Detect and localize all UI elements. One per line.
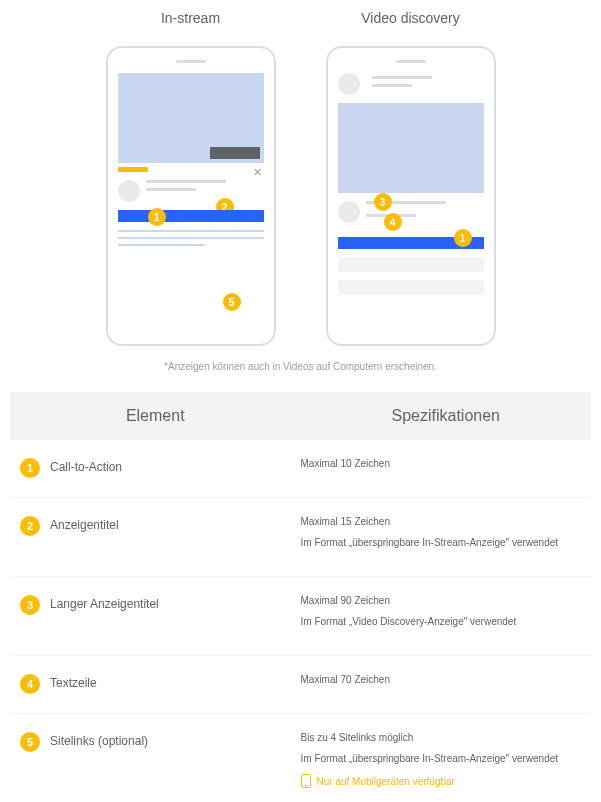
number-badge: 5 (20, 732, 40, 752)
table-row: 4TextzeileMaximal 70 Zeichen (10, 656, 591, 714)
mobile-only-note: Nur auf Mobilgeräten verfügbar (301, 774, 582, 788)
element-label: Anzeigentitel (50, 516, 119, 532)
instream-phone: ✕ 2 1 5 (106, 46, 276, 346)
discovery-header: Video discovery (361, 10, 460, 26)
spec-text: Im Format „überspringbare In-Stream-Anze… (301, 753, 582, 764)
number-badge: 3 (20, 595, 40, 615)
element-label: Textzeile (50, 674, 97, 690)
th-element: Element (10, 392, 301, 440)
video-placeholder (118, 73, 264, 163)
spec-text: Maximal 90 Zeichen (301, 595, 582, 606)
video-placeholder (338, 103, 484, 193)
disclaimer-note: *Anzeigen können auch in Videos auf Comp… (10, 361, 591, 372)
table-row: 2AnzeigentitelMaximal 15 ZeichenIm Forma… (10, 498, 591, 577)
spec-text: Im Format „Video Discovery-Anzeige" verw… (301, 616, 582, 627)
marker-1: 1 (148, 208, 166, 226)
number-badge: 1 (20, 458, 40, 478)
phones-comparison: In-stream ✕ 2 1 (10, 10, 591, 346)
table-row: 1Call-to-ActionMaximal 10 Zeichen (10, 440, 591, 498)
avatar-icon (338, 73, 360, 95)
marker-5: 5 (223, 293, 241, 311)
marker-3: 3 (374, 193, 392, 211)
spec-text: Bis zu 4 Sitelinks möglich (301, 732, 582, 743)
spec-text: Maximal 15 Zeichen (301, 516, 582, 527)
spec-table: Element Spezifikationen 1Call-to-ActionM… (10, 392, 591, 802)
spec-text: Maximal 70 Zeichen (301, 674, 582, 685)
discovery-phone: 3 4 1 (326, 46, 496, 346)
marker-1: 1 (454, 229, 472, 247)
mobile-icon (301, 774, 311, 788)
number-badge: 4 (20, 674, 40, 694)
instream-header: In-stream (161, 10, 220, 26)
table-row: 3Langer AnzeigentitelMaximal 90 ZeichenI… (10, 577, 591, 656)
avatar-icon (338, 201, 360, 223)
th-spec: Spezifikationen (301, 392, 592, 440)
element-label: Sitelinks (optional) (50, 732, 148, 748)
cta-bar (118, 210, 264, 222)
close-icon: ✕ (253, 166, 262, 179)
avatar-icon (118, 180, 140, 202)
element-label: Call-to-Action (50, 458, 122, 474)
spec-text: Maximal 10 Zeichen (301, 458, 582, 469)
number-badge: 2 (20, 516, 40, 536)
marker-4: 4 (384, 213, 402, 231)
element-label: Langer Anzeigentitel (50, 595, 159, 611)
spec-text: Im Format „überspringbare In-Stream-Anze… (301, 537, 582, 548)
table-row: 5Sitelinks (optional)Bis zu 4 Sitelinks … (10, 714, 591, 802)
